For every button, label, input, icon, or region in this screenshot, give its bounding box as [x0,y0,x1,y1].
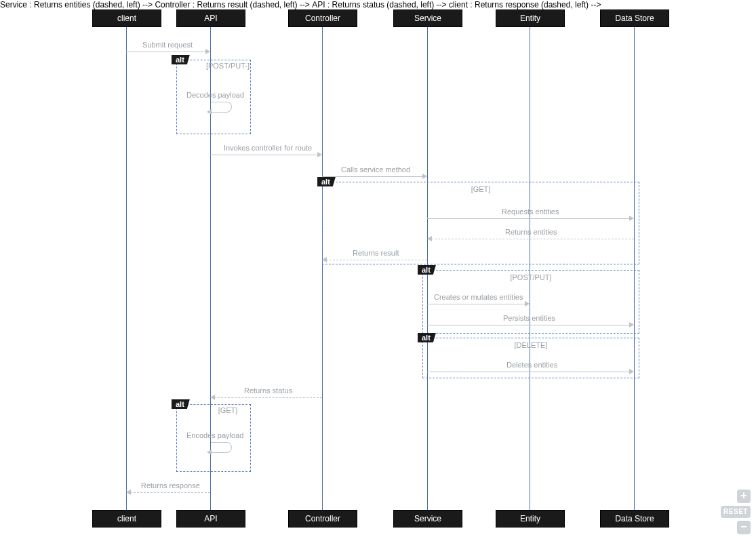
actor-controller-bot: Controller [288,510,357,528]
actor-service-bot: Service [393,510,462,528]
zoom-in-button[interactable]: + [737,490,751,503]
arrow-head-icon [126,490,131,495]
arrow [427,218,630,219]
plus-icon: + [740,490,747,501]
arrow [326,260,427,260]
actor-entity-top: Entity [496,9,565,27]
self-loop-icon [211,442,232,453]
arrow-head-icon [210,395,215,400]
actor-entity-bot: Entity [496,510,565,528]
msg-deletes: Deletes entities [506,361,557,369]
msg-ret-status: Returns status [244,386,292,395]
arrow [210,155,318,155]
arrow-head-icon [205,49,210,54]
arrow-head-icon [629,216,634,221]
msg-submit-request: Submit request [142,41,193,49]
actor-controller-top: Controller [288,9,357,27]
alt-tag: alt [172,55,190,64]
actor-datastore-top: Data Store [600,9,669,27]
msg-encodes-payload: Encodes payload [186,431,243,439]
arrow-head-icon [525,301,530,306]
arrow-head-icon [322,257,327,262]
arrow [214,397,322,398]
arrow-head-icon [427,236,432,241]
alt-tag: alt [172,399,190,409]
lifeline-client [126,26,127,511]
actor-label: Controller [305,14,340,23]
actor-service-top: Service [393,9,462,27]
sequence-diagram: client API Controller Service Entity Dat… [0,0,756,537]
arrow-head-icon [422,174,427,179]
msg-invokes-ctrl: Invokes controller for route [224,144,312,152]
arrow [126,52,206,52]
actor-api-top: API [176,9,245,27]
actor-label: Entity [520,14,540,23]
actor-label: client [117,14,136,23]
actor-label: API [204,14,217,23]
lifeline-entity [530,26,530,511]
zoom-reset-button[interactable]: RESET [721,506,751,518]
alt-cond-delete: [DELETE] [423,341,639,349]
actor-datastore-bot: Data Store [600,510,669,528]
arrow [427,372,630,372]
msg-decodes-payload: Decodes payload [186,91,244,99]
reset-label: RESET [723,508,748,515]
arrow [427,304,525,304]
arrow [431,239,634,239]
msg-req-entities: Requests entities [502,207,559,216]
msg-creates-mutates: Creates or mutates entities [434,293,523,301]
msg-ret-entities: Returns entities [505,228,557,236]
lifeline-controller [322,26,323,511]
alt-cond-get2: [GET] [204,406,252,414]
actor-label: Controller [305,514,340,523]
actor-label: Data Store [615,14,654,23]
actor-label: Service [414,14,441,23]
arrow-head-icon [629,369,634,374]
arrow [130,492,210,493]
actor-label: Data Store [615,514,654,523]
actor-client-bot: client [92,510,161,528]
actor-label: API [204,514,217,523]
self-loop-icon [211,102,232,113]
arrow [322,176,423,177]
alt-delete-box: alt [DELETE] [422,338,639,378]
msg-ret-response: Returns response [141,481,200,490]
arrow-head-icon [629,322,634,327]
alt-postput2-box: alt [POST/PUT] [422,270,639,334]
actor-label: Entity [520,514,540,523]
alt-cond-get: [GET] [323,185,639,193]
msg-calls-service: Calls service method [341,165,410,174]
actor-label: Service [414,514,441,523]
actor-client-top: client [92,9,161,27]
zoom-out-button[interactable]: − [737,521,751,534]
minus-icon: − [740,521,747,532]
msg-persists: Persists entities [503,314,555,322]
msg-ret-result: Returns result [353,249,399,257]
alt-cond-postput: [POST/PUT-] [204,62,252,70]
actor-api-bot: API [176,510,245,528]
actor-label: client [117,514,136,523]
arrow [427,325,630,325]
alt-cond-postput2: [POST/PUT] [423,273,639,281]
arrow-head-icon [317,152,322,157]
lifeline-datastore [634,26,635,511]
